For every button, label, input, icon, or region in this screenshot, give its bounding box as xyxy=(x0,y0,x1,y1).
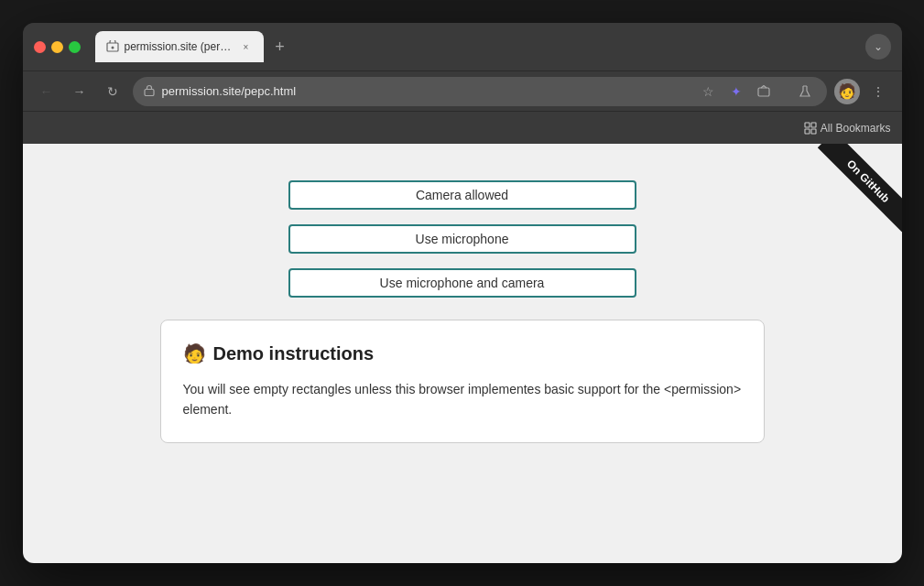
more-options-button[interactable]: ⋮ xyxy=(865,79,891,104)
traffic-lights xyxy=(34,41,81,53)
tab-favicon xyxy=(106,40,119,53)
title-bar: permission.site (permission e × + ⌄ xyxy=(23,23,902,71)
share-icon[interactable] xyxy=(753,81,775,103)
svg-rect-3 xyxy=(758,88,769,96)
separator xyxy=(784,82,785,101)
camera-allowed-button[interactable]: Camera allowed xyxy=(288,180,636,210)
bookmarks-bar: All Bookmarks xyxy=(23,111,902,144)
new-tab-button[interactable]: + xyxy=(267,34,293,60)
tab-close-button[interactable]: × xyxy=(240,40,253,53)
address-actions: ☆ ✦ xyxy=(698,81,816,103)
tab-title: permission.site (permission e xyxy=(125,40,234,53)
avatar[interactable]: 🧑 xyxy=(834,79,860,104)
active-tab[interactable]: permission.site (permission e × xyxy=(95,31,264,62)
page-content: Camera allowed Use microphone Use microp… xyxy=(23,144,902,563)
bookmarks-label: All Bookmarks xyxy=(821,122,891,135)
svg-rect-7 xyxy=(811,129,816,134)
minimize-button[interactable] xyxy=(51,41,63,53)
lab-icon[interactable] xyxy=(794,81,816,103)
use-microphone-button[interactable]: Use microphone xyxy=(288,224,636,254)
magic-icon[interactable]: ✦ xyxy=(725,81,747,103)
reload-button[interactable]: ↻ xyxy=(100,79,125,104)
svg-rect-5 xyxy=(811,123,816,127)
tab-bar: permission.site (permission e × + xyxy=(95,31,858,62)
github-banner: On GitHub xyxy=(792,144,902,254)
star-icon[interactable]: ☆ xyxy=(698,81,720,103)
maximize-button[interactable] xyxy=(69,41,81,53)
demo-title-text: Demo instructions xyxy=(213,343,375,364)
demo-icon: 🧑 xyxy=(183,342,206,364)
svg-point-1 xyxy=(111,47,114,49)
page-inner: Camera allowed Use microphone Use microp… xyxy=(142,144,783,480)
address-bar[interactable]: permission.site/pepc.html ☆ ✦ xyxy=(133,77,827,106)
use-microphone-camera-button[interactable]: Use microphone and camera xyxy=(288,268,636,298)
browser-window: permission.site (permission e × + ⌄ ← → … xyxy=(23,23,902,563)
nav-bar: ← → ↻ permission.site/pepc.html ☆ ✦ xyxy=(23,71,902,111)
window-controls-right: ⌄ xyxy=(865,34,891,60)
lock-icon xyxy=(144,84,155,99)
all-bookmarks-item[interactable]: All Bookmarks xyxy=(804,122,891,135)
back-button[interactable]: ← xyxy=(34,79,60,104)
github-ribbon-text: On GitHub xyxy=(817,144,901,232)
demo-description: You will see empty rectangles unless thi… xyxy=(183,379,742,420)
chevron-down-icon[interactable]: ⌄ xyxy=(865,34,891,60)
address-text: permission.site/pepc.html xyxy=(162,84,690,98)
forward-button[interactable]: → xyxy=(67,79,92,104)
demo-box: 🧑 Demo instructions You will see empty r… xyxy=(160,320,765,443)
close-button[interactable] xyxy=(34,41,46,53)
nav-actions: 🧑 ⋮ xyxy=(834,79,891,104)
demo-title: 🧑 Demo instructions xyxy=(183,342,742,364)
svg-rect-2 xyxy=(145,89,154,95)
svg-rect-6 xyxy=(805,129,810,134)
svg-rect-4 xyxy=(805,123,810,127)
